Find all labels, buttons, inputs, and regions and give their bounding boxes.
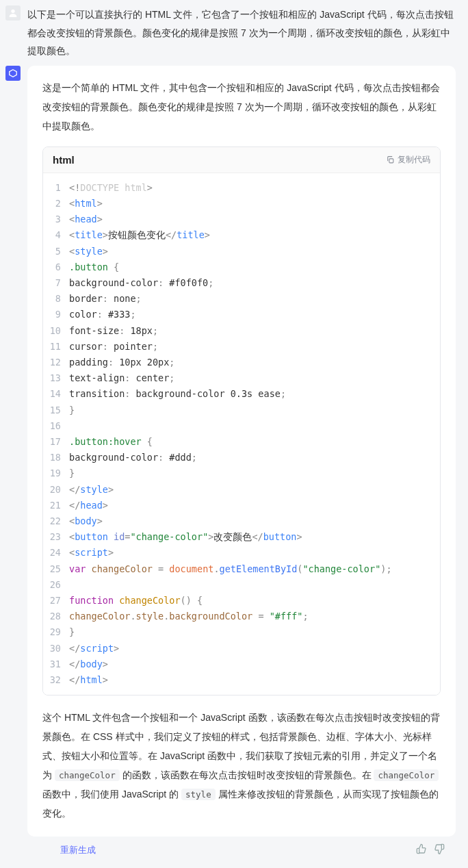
- line-number: 19: [43, 465, 69, 481]
- line-number: 6: [43, 259, 69, 275]
- line-number: 30: [43, 641, 69, 656]
- line-content: }: [69, 465, 83, 481]
- code-line: 5<style>: [43, 244, 440, 259]
- line-number: 2: [43, 196, 69, 212]
- code-line: 12padding: 10px 20px;: [43, 355, 440, 370]
- line-content: <!DOCTYPE html>: [69, 180, 161, 196]
- copy-icon: [386, 155, 395, 164]
- line-number: 17: [43, 434, 69, 450]
- line-number: 10: [43, 323, 69, 339]
- code-line: 20</style>: [43, 482, 440, 498]
- line-content: cursor: pointer;: [69, 339, 166, 355]
- line-content: }: [69, 624, 83, 640]
- svg-marker-1: [10, 70, 17, 77]
- svg-point-0: [11, 10, 14, 13]
- bot-avatar: [5, 66, 21, 81]
- inline-code: changeColor: [55, 769, 120, 781]
- code-line: 9color: #333;: [43, 307, 440, 322]
- line-number: 3: [43, 212, 69, 227]
- code-line: 32</html>: [43, 672, 440, 688]
- line-content: background-color: #f0f0f0;: [69, 275, 222, 291]
- code-line: 31</body>: [43, 656, 440, 672]
- code-line: 2<html>: [43, 196, 440, 212]
- line-content: border: none;: [69, 291, 150, 307]
- code-line: 4<title>按钮颜色变化</title>: [43, 227, 440, 243]
- thumbs-up-button[interactable]: [416, 843, 427, 856]
- code-line: 13text-align: center;: [43, 370, 440, 386]
- bot-card: 这是一个简单的 HTML 文件，其中包含一个按钮和相应的 JavaScript …: [27, 66, 456, 837]
- code-line: 27function changeColor() {: [43, 593, 440, 609]
- code-line: 25var changeColor = document.getElementB…: [43, 561, 440, 577]
- code-line: 24<script>: [43, 545, 440, 561]
- code-line: 26: [43, 577, 440, 593]
- line-content: font-size: 18px;: [69, 323, 166, 339]
- line-content: [69, 418, 83, 434]
- line-number: 9: [43, 307, 69, 322]
- line-content: </script>: [69, 641, 127, 656]
- code-block: html 复制代码 1<!DOCTYPE html>2<html>3<head>…: [42, 146, 441, 696]
- code-line: 1<!DOCTYPE html>: [43, 180, 440, 196]
- line-content: <button id="change-color">改变颜色</button>: [69, 529, 311, 545]
- code-line: 17.button:hover {: [43, 434, 440, 450]
- line-content: </html>: [69, 672, 116, 688]
- code-line: 19}: [43, 465, 440, 481]
- line-number: 22: [43, 513, 69, 529]
- line-content: var changeColor = document.getElementByI…: [69, 561, 400, 577]
- line-content: </body>: [69, 656, 116, 672]
- thumbs-down-button[interactable]: [434, 843, 445, 856]
- line-number: 32: [43, 672, 69, 688]
- code-language-label: html: [53, 154, 75, 166]
- line-number: 27: [43, 593, 69, 609]
- user-message-text: 以下是一个可以直接执行的 HTML 文件，它包含了一个按钮和相应的 JavaSc…: [27, 5, 460, 60]
- line-content: <html>: [69, 196, 111, 212]
- inline-code: style: [181, 789, 216, 800]
- line-content: background-color: #ddd;: [69, 450, 205, 465]
- code-line: 22<body>: [43, 513, 440, 529]
- code-line: 10font-size: 18px;: [43, 323, 440, 339]
- code-line: 3<head>: [43, 212, 440, 227]
- line-content: text-align: center;: [69, 370, 183, 386]
- line-content: <script>: [69, 545, 122, 561]
- code-body[interactable]: 1<!DOCTYPE html>2<html>3<head>4<title>按钮…: [43, 173, 440, 695]
- line-content: changeColor.style.backgroundColor = "#ff…: [69, 609, 317, 624]
- line-number: 21: [43, 498, 69, 513]
- line-number: 15: [43, 403, 69, 418]
- line-number: 25: [43, 561, 69, 577]
- code-line: 28changeColor.style.backgroundColor = "#…: [43, 609, 440, 624]
- bot-outro-text: 这个 HTML 文件包含一个按钮和一个 JavaScript 函数，该函数在每次…: [42, 708, 441, 823]
- line-number: 26: [43, 577, 69, 593]
- user-avatar: [5, 5, 21, 21]
- line-content: <head>: [69, 212, 111, 227]
- code-line: 7background-color: #f0f0f0;: [43, 275, 440, 291]
- code-line: 6.button {: [43, 259, 440, 275]
- copy-label: 复制代码: [398, 154, 430, 166]
- line-number: 7: [43, 275, 69, 291]
- code-line: 15}: [43, 403, 440, 418]
- line-number: 29: [43, 624, 69, 640]
- code-line: 21</head>: [43, 498, 440, 513]
- code-line: 14transition: background-color 0.3s ease…: [43, 386, 440, 402]
- line-number: 23: [43, 529, 69, 545]
- line-content: </head>: [69, 498, 116, 513]
- line-number: 18: [43, 450, 69, 465]
- line-number: 12: [43, 355, 69, 370]
- message-footer: 重新生成: [27, 839, 460, 866]
- vote-container: [416, 843, 445, 856]
- line-number: 4: [43, 227, 69, 243]
- line-number: 11: [43, 339, 69, 355]
- line-content: </style>: [69, 482, 122, 498]
- line-content: <title>按钮颜色变化</title>: [69, 227, 218, 243]
- bot-message-row: 这是一个简单的 HTML 文件，其中包含一个按钮和相应的 JavaScript …: [0, 60, 468, 867]
- regenerate-button[interactable]: 重新生成: [60, 844, 96, 856]
- line-number: 24: [43, 545, 69, 561]
- copy-code-button[interactable]: 复制代码: [386, 154, 430, 166]
- line-number: 20: [43, 482, 69, 498]
- code-line: 30</script>: [43, 641, 440, 656]
- svg-rect-2: [389, 159, 393, 163]
- line-content: padding: 10px 20px;: [69, 355, 183, 370]
- line-number: 16: [43, 418, 69, 434]
- line-number: 8: [43, 291, 69, 307]
- line-content: [69, 577, 83, 593]
- line-number: 13: [43, 370, 69, 386]
- line-content: <body>: [69, 513, 111, 529]
